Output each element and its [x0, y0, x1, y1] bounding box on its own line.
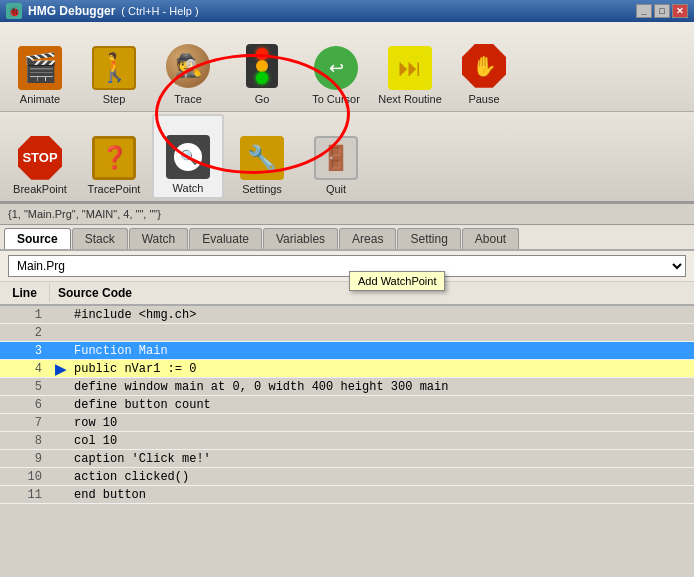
step-icon: 🚶 — [92, 46, 136, 90]
table-row: 11 end button — [0, 486, 694, 504]
table-row: 8 col 10 — [0, 432, 694, 450]
quit-button[interactable]: 🚪 Quit — [300, 114, 372, 199]
code-text: col 10 — [70, 433, 694, 449]
code-text — [70, 332, 694, 334]
app-hint: ( Ctrl+H - Help ) — [121, 5, 198, 17]
code-text: action clicked() — [70, 469, 694, 485]
tabs-container: Source Stack Watch Evaluate Variables Ar… — [0, 225, 694, 251]
table-row: 3 Function Main — [0, 342, 694, 360]
pause-button[interactable]: ✋ Pause — [448, 24, 520, 109]
line-number: 10 — [0, 469, 50, 485]
next-routine-label: Next Routine — [378, 93, 442, 106]
line-number: 7 — [0, 415, 50, 431]
quit-icon: 🚪 — [314, 136, 358, 180]
quit-label: Quit — [326, 183, 346, 196]
code-text: public nVar1 := 0 — [70, 361, 694, 377]
code-text: #include <hmg.ch> — [70, 307, 694, 323]
tabs-list: Source Stack Watch Evaluate Variables Ar… — [0, 225, 694, 249]
go-icon — [238, 42, 286, 90]
title-bar: 🐞 HMG Debugger ( Ctrl+H - Help ) _ □ ✕ — [0, 0, 694, 22]
status-bar: {1, "Main.Prg", "MAIN", 4, "", ""} — [0, 203, 694, 225]
step-button[interactable]: 🚶 Step — [78, 24, 150, 109]
watch-icon: 🔍 — [166, 135, 210, 179]
file-select-dropdown[interactable]: Main.Prg — [8, 255, 686, 277]
animate-label: Animate — [20, 93, 60, 106]
to-cursor-icon: ↩ — [314, 46, 358, 90]
trace-icon: 🕵️ — [164, 42, 212, 90]
go-label: Go — [255, 93, 270, 106]
app-title: HMG Debugger — [28, 4, 115, 18]
main-content: Main.Prg Line Source Code 1 #include <hm… — [0, 251, 694, 577]
table-row: 5 define window main at 0, 0 width 400 h… — [0, 378, 694, 396]
tracepoint-icon: ❓ — [92, 136, 136, 180]
step-label: Step — [103, 93, 126, 106]
pause-label: Pause — [468, 93, 499, 106]
watch-label: Watch — [173, 182, 204, 195]
animate-button[interactable]: 🎬 Animate — [4, 24, 76, 109]
code-text: define button count — [70, 397, 694, 413]
to-cursor-label: To Cursor — [312, 93, 360, 106]
line-number: 4 — [0, 361, 50, 377]
table-row: 4 ▶ public nVar1 := 0 — [0, 360, 694, 378]
next-routine-button[interactable]: ⏭ Next Routine — [374, 24, 446, 109]
tab-setting[interactable]: Setting — [397, 228, 460, 249]
table-row: 6 define button count — [0, 396, 694, 414]
tab-areas[interactable]: Areas — [339, 228, 396, 249]
go-button[interactable]: Go — [226, 24, 298, 109]
trace-button[interactable]: 🕵️ Trace — [152, 24, 224, 109]
tab-variables[interactable]: Variables — [263, 228, 338, 249]
arrow-indicator: ▶ — [50, 361, 70, 377]
line-number: 5 — [0, 379, 50, 395]
maximize-button[interactable]: □ — [654, 4, 670, 18]
tracepoint-button[interactable]: ❓ TracePoint — [78, 114, 150, 199]
breakpoint-label: BreakPoint — [13, 183, 67, 196]
line-number: 2 — [0, 325, 50, 341]
tracepoint-label: TracePoint — [88, 183, 141, 196]
source-scroll-area[interactable]: 1 #include <hmg.ch> 2 3 Function Main 4 … — [0, 306, 694, 577]
minimize-button[interactable]: _ — [636, 4, 652, 18]
add-watchpoint-tooltip: Add WatchPoint — [349, 271, 445, 291]
settings-label: Settings — [242, 183, 282, 196]
file-selector-bar: Main.Prg — [0, 251, 694, 282]
code-text: end button — [70, 487, 694, 503]
line-number: 6 — [0, 397, 50, 413]
settings-icon: 🔧 — [240, 136, 284, 180]
trace-label: Trace — [174, 93, 202, 106]
tab-source[interactable]: Source — [4, 228, 71, 249]
table-row: 10 action clicked() — [0, 468, 694, 486]
line-number: 9 — [0, 451, 50, 467]
settings-button[interactable]: 🔧 Settings — [226, 114, 298, 199]
line-number: 11 — [0, 487, 50, 503]
table-row: 1 #include <hmg.ch> — [0, 306, 694, 324]
tab-about[interactable]: About — [462, 228, 519, 249]
code-text: define window main at 0, 0 width 400 hei… — [70, 379, 694, 395]
line-number: 1 — [0, 307, 50, 323]
watch-button[interactable]: 🔍 Watch Add WatchPoint — [152, 114, 224, 199]
animate-icon: 🎬 — [18, 46, 62, 90]
table-row: 7 row 10 — [0, 414, 694, 432]
tab-evaluate[interactable]: Evaluate — [189, 228, 262, 249]
line-number: 3 — [0, 343, 50, 359]
app-icon: 🐞 — [6, 3, 22, 19]
table-row: 9 caption 'Click me!' — [0, 450, 694, 468]
breakpoint-button[interactable]: STOP BreakPoint — [4, 114, 76, 199]
to-cursor-button[interactable]: ↩ To Cursor — [300, 24, 372, 109]
breakpoint-icon: STOP — [18, 136, 62, 180]
table-row: 2 — [0, 324, 694, 342]
source-header: Line Source Code — [0, 282, 694, 306]
close-button[interactable]: ✕ — [672, 4, 688, 18]
code-text: row 10 — [70, 415, 694, 431]
code-text: Function Main — [70, 343, 694, 359]
tab-stack[interactable]: Stack — [72, 228, 128, 249]
code-text: caption 'Click me!' — [70, 451, 694, 467]
line-number: 8 — [0, 433, 50, 449]
status-text: {1, "Main.Prg", "MAIN", 4, "", ""} — [8, 208, 161, 220]
tab-watch[interactable]: Watch — [129, 228, 189, 249]
header-line: Line — [0, 284, 50, 302]
pause-icon: ✋ — [460, 42, 508, 90]
next-routine-icon: ⏭ — [388, 46, 432, 90]
